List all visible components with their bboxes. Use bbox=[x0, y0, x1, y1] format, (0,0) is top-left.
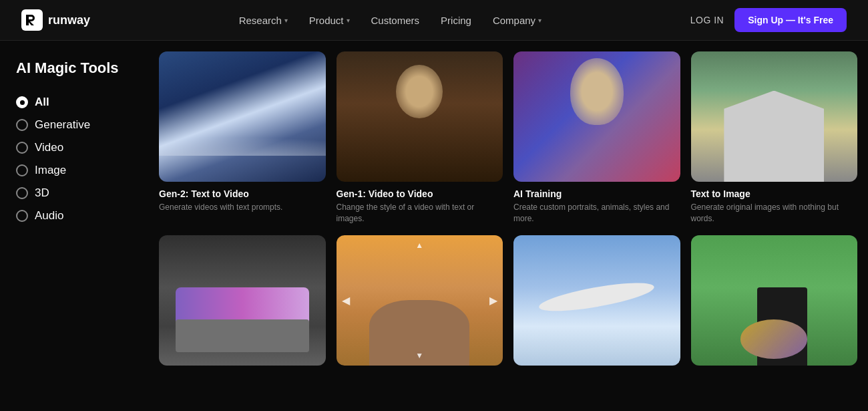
filter-item-3d[interactable]: 3D bbox=[16, 186, 138, 200]
tool-thumb-building bbox=[691, 51, 858, 182]
tool-thumb-portrait bbox=[513, 51, 680, 182]
filter-label-video: Video bbox=[35, 141, 63, 154]
tool-card-airplane[interactable] bbox=[513, 235, 680, 372]
tool-title-gen2: Gen-2: Text to Video bbox=[159, 188, 326, 199]
content-area: Gen-2: Text to Video Generate videos wit… bbox=[154, 41, 868, 411]
header: runway Research ▾ Product ▾ Customers Pr… bbox=[0, 0, 868, 41]
tool-title-gen1: Gen-1: Video to Video bbox=[337, 188, 503, 199]
sidebar-title: AI Magic Tools bbox=[16, 59, 138, 77]
login-button[interactable]: LOG IN bbox=[690, 15, 724, 25]
carousel-up-icon[interactable]: ▲ bbox=[415, 241, 423, 250]
main-layout: AI Magic Tools All Generative Video Imag… bbox=[0, 41, 868, 411]
tool-thumb-airplane bbox=[513, 235, 680, 366]
chevron-down-icon: ▾ bbox=[347, 17, 350, 24]
signup-button[interactable]: Sign Up — It's Free bbox=[734, 8, 847, 32]
tool-desc-gen2: Generate videos with text prompts. bbox=[159, 202, 326, 213]
nav-item-customers[interactable]: Customers bbox=[363, 9, 428, 31]
tool-title-text-to-image: Text to Image bbox=[691, 188, 858, 199]
filter-label-all: All bbox=[35, 96, 49, 109]
tool-desc-gen1: Change the style of a video with text or… bbox=[337, 202, 503, 225]
tool-desc-ai-training: Create custom portraits, animals, styles… bbox=[513, 202, 680, 225]
nav-item-research[interactable]: Research ▾ bbox=[231, 9, 296, 31]
runway-logo-icon bbox=[21, 9, 43, 31]
tool-card-ai-training[interactable]: AI Training Create custom portraits, ani… bbox=[513, 51, 680, 225]
nav-item-company[interactable]: Company ▾ bbox=[485, 9, 550, 31]
chevron-down-icon: ▾ bbox=[538, 17, 541, 24]
nav-item-pricing[interactable]: Pricing bbox=[433, 9, 479, 31]
tool-desc-text-to-image: Generate original images with nothing bu… bbox=[691, 202, 858, 225]
carousel-right-icon[interactable]: ▶ bbox=[489, 294, 497, 307]
tool-card-car[interactable] bbox=[159, 235, 326, 372]
main-nav: Research ▾ Product ▾ Customers Pricing C… bbox=[231, 9, 550, 31]
filter-item-generative[interactable]: Generative bbox=[16, 118, 138, 132]
nav-item-product[interactable]: Product ▾ bbox=[301, 9, 358, 31]
filter-item-audio[interactable]: Audio bbox=[16, 209, 138, 223]
logo[interactable]: runway bbox=[21, 9, 90, 31]
tool-thumb-character bbox=[337, 51, 503, 182]
filter-label-image: Image bbox=[35, 164, 66, 177]
filter-label-generative: Generative bbox=[35, 118, 90, 132]
chevron-down-icon: ▾ bbox=[284, 17, 288, 24]
filter-label-audio: Audio bbox=[35, 209, 63, 223]
radio-video[interactable] bbox=[16, 142, 28, 154]
logo-text: runway bbox=[48, 13, 90, 27]
radio-audio[interactable] bbox=[16, 210, 28, 222]
tool-card-desert[interactable]: ▲ ◀ ▶ ▼ bbox=[337, 235, 503, 372]
radio-all[interactable] bbox=[16, 96, 28, 108]
tool-card-gen2[interactable]: Gen-2: Text to Video Generate videos wit… bbox=[159, 51, 326, 225]
tool-thumb-desert: ▲ ◀ ▶ ▼ bbox=[337, 235, 503, 366]
tool-card-text-to-image[interactable]: Text to Image Generate original images w… bbox=[691, 51, 858, 225]
tool-card-gen1[interactable]: Gen-1: Video to Video Change the style o… bbox=[337, 51, 503, 225]
filter-item-image[interactable]: Image bbox=[16, 164, 138, 177]
radio-3d[interactable] bbox=[16, 187, 28, 199]
radio-generative[interactable] bbox=[16, 119, 28, 131]
tools-grid: Gen-2: Text to Video Generate videos wit… bbox=[159, 51, 857, 372]
header-actions: LOG IN Sign Up — It's Free bbox=[690, 8, 847, 32]
tool-thumb-wave bbox=[159, 51, 326, 182]
filter-item-all[interactable]: All bbox=[16, 96, 138, 109]
filter-list: All Generative Video Image 3D Audio bbox=[16, 96, 138, 223]
radio-image[interactable] bbox=[16, 164, 28, 176]
filter-item-video[interactable]: Video bbox=[16, 141, 138, 154]
tool-thumb-soccer bbox=[691, 235, 858, 366]
tool-thumb-car bbox=[159, 235, 326, 366]
sidebar: AI Magic Tools All Generative Video Imag… bbox=[0, 41, 154, 411]
carousel-down-icon[interactable]: ▼ bbox=[415, 351, 423, 360]
filter-label-3d: 3D bbox=[35, 186, 49, 200]
tool-card-soccer[interactable] bbox=[691, 235, 858, 372]
tool-title-ai-training: AI Training bbox=[513, 188, 680, 199]
carousel-left-icon[interactable]: ◀ bbox=[342, 294, 350, 307]
